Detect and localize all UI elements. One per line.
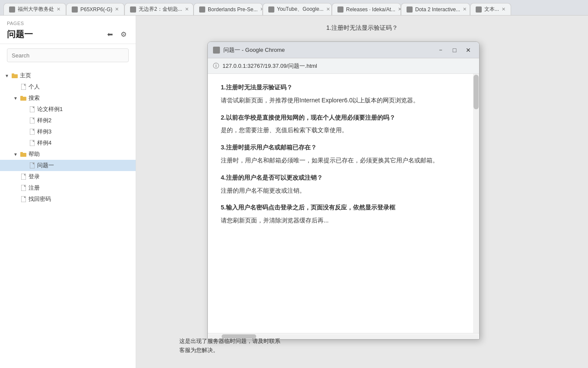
doc-question: 2.以前在学校是直接使用知网的，现在个人使用必须要注册的吗？ [221,113,441,123]
tree-item-recover[interactable]: ▶ 找回密码 [0,194,136,205]
doc-question: 1.注册时无法显示验证码？ [221,82,441,93]
folder-icon-help [20,151,27,158]
sidebar-title: 问题一 [7,29,33,40]
file-icon-example4 [29,140,35,146]
doc-question: 5.输入用户名密码点击登录之后，页面没有反应，依然显示登录框 [221,203,441,213]
export-icon[interactable]: ⬅ [105,29,115,40]
maximize-button[interactable]: □ [449,46,460,54]
tree-item-home[interactable]: ▼ 主页 [0,70,136,81]
content-area: 1.注册时无法显示验证码？ 问题一 - Google Chrome － □ ✕ … [136,16,588,368]
tree-arrow-help: ▼ [12,151,19,158]
tree-label-example2: 样例2 [37,117,51,124]
tree-item-example2[interactable]: ▶ 样例2 [0,115,136,126]
svg-rect-10 [20,152,23,153]
tree-item-example4[interactable]: ▶ 样例4 [0,137,136,149]
pages-label: PAGES [7,21,129,26]
doc-question: 4.注册的用户名是否可以更改或注销？ [221,173,441,183]
chrome-title-bar: 问题一 - Google Chrome － □ ✕ [208,42,479,58]
tree-item-register[interactable]: ▶ 注册 [0,182,136,194]
title-row: 问题一 ⬅ ⚙ [7,29,129,40]
tab-favicon-3 [199,6,205,13]
file-icon-recover [20,196,27,203]
browser-tab-6[interactable]: Dota 2 Interactive...✕ [401,3,470,15]
doc-answer: 注册时，用户名和邮箱必须唯一，如果提示已存在，必须更换其它用户名或邮箱。 [221,155,441,166]
tree-label-recover: 找回密码 [29,195,51,203]
file-icon-question1 [29,162,35,169]
chrome-content[interactable]: 1.注册时无法显示验证码？请尝试刷新页面，并推荐使用Internet Explo… [208,74,479,333]
tree-item-help[interactable]: ▼ 帮助 [0,149,136,160]
tree-item-login[interactable]: ▶ 登录 [0,171,136,182]
browser-tab-7[interactable]: 文本...✕ [470,3,511,15]
chrome-content-wrapper: 1.注册时无法显示验证码？请尝试刷新页面，并推荐使用Internet Explo… [208,74,479,333]
tab-close-7[interactable]: ✕ [502,6,505,12]
title-icons: ⬅ ⚙ [105,29,129,40]
minimize-button[interactable]: － [435,46,446,54]
browser-tab-0[interactable]: 福州大学教务处✕ [3,3,66,15]
tab-favicon-1 [72,6,78,13]
tab-close-4[interactable]: ✕ [326,6,330,12]
browser-tab-1[interactable]: P65XRP6(-G)✕ [66,3,124,15]
browser-tab-4[interactable]: YouTube、Google...✕ [263,3,332,15]
chrome-tab-label: 问题一 - Google Chrome [223,46,432,54]
doc-content: 1.注册时无法显示验证码？请尝试刷新页面，并推荐使用Internet Explo… [208,74,458,239]
tab-close-0[interactable]: ✕ [57,6,60,12]
file-icon-example2 [29,117,35,124]
tree-label-question1: 问题一 [37,162,54,169]
svg-rect-6 [30,117,35,124]
tree-item-example3[interactable]: ▶ 样例3 [0,126,136,137]
sidebar: PAGES 问题一 ⬅ ⚙ ▼ 主页▶ 个人▼ 搜索▶ 论文样例1▶ 样例2▶ [0,16,136,368]
file-icon-register [20,184,27,191]
security-icon: ⓘ [213,62,219,70]
page-heading: 1.注册时无法显示验证码？ [326,24,398,32]
svg-rect-4 [20,96,23,97]
tree-item-personal[interactable]: ▶ 个人 [0,81,136,92]
tree-label-example3: 样例3 [37,128,51,136]
tree-arrow-search: ▼ [12,95,19,102]
address-url[interactable]: 127.0.0.1:32767/19.37.09/问题一.html [222,62,317,70]
tree-item-search[interactable]: ▼ 搜索 [0,92,136,104]
url-text: 127.0.0.1:32767/19.37.09/问题一.html [222,63,317,69]
tab-favicon-7 [476,6,482,13]
tab-favicon-5 [337,6,343,13]
close-button[interactable]: ✕ [463,46,474,54]
svg-rect-13 [21,185,26,191]
tree-label-home: 主页 [20,72,31,79]
browser-tab-5[interactable]: Releases · Ideka/At...✕ [332,3,401,15]
doc-answer: 请尝试刷新页面，并推荐使用Internet Explorer6.0以上版本的网页… [221,95,441,106]
search-input[interactable] [7,48,129,62]
folder-icon-search [20,95,27,102]
tab-close-2[interactable]: ✕ [185,6,189,12]
tab-close-1[interactable]: ✕ [115,6,119,12]
tree-item-example1[interactable]: ▶ 论文样例1 [0,104,136,115]
tree-label-example1: 论文样例1 [37,105,63,113]
browser-tab-3[interactable]: Borderlands Pre-Se...✕ [194,3,263,15]
tab-favicon-6 [407,6,413,13]
svg-rect-14 [21,196,26,202]
tree-label-help: 帮助 [29,150,40,158]
file-icon-example3 [29,128,35,135]
tab-close-6[interactable]: ✕ [463,6,467,12]
tree-label-search: 搜索 [29,94,40,102]
settings-icon[interactable]: ⚙ [118,29,129,40]
bottom-line1: 这是出现了服务器临时问题，请及时联系 [179,337,280,346]
tab-close-5[interactable]: ✕ [398,6,401,12]
chrome-scrollbar[interactable] [473,74,479,333]
svg-rect-3 [20,97,26,101]
bottom-line2: 客服为您解决。 [179,346,280,355]
file-icon-personal [20,83,27,90]
svg-rect-8 [30,140,35,146]
tree-label-login: 登录 [29,173,40,181]
chrome-scrollbar-thumb [474,75,479,109]
chrome-window-controls: － □ ✕ [435,46,474,54]
search-box [7,48,129,62]
tree-nav: ▼ 主页▶ 个人▼ 搜索▶ 论文样例1▶ 样例2▶ 样例3▶ 样例4▼ 帮助▶ … [0,67,136,368]
file-icon-example1 [29,106,35,113]
chrome-tab-icon [213,47,220,54]
folder-icon-home [11,72,18,79]
tab-favicon-0 [9,6,15,13]
svg-rect-0 [12,74,18,78]
tree-item-question1[interactable]: ▶ 问题一 [0,160,136,171]
svg-rect-5 [30,106,35,112]
browser-tab-2[interactable]: 无边界2：金钥匙...✕ [124,3,194,15]
doc-answer: 注册的用户名不能更改或注销。 [221,186,441,196]
